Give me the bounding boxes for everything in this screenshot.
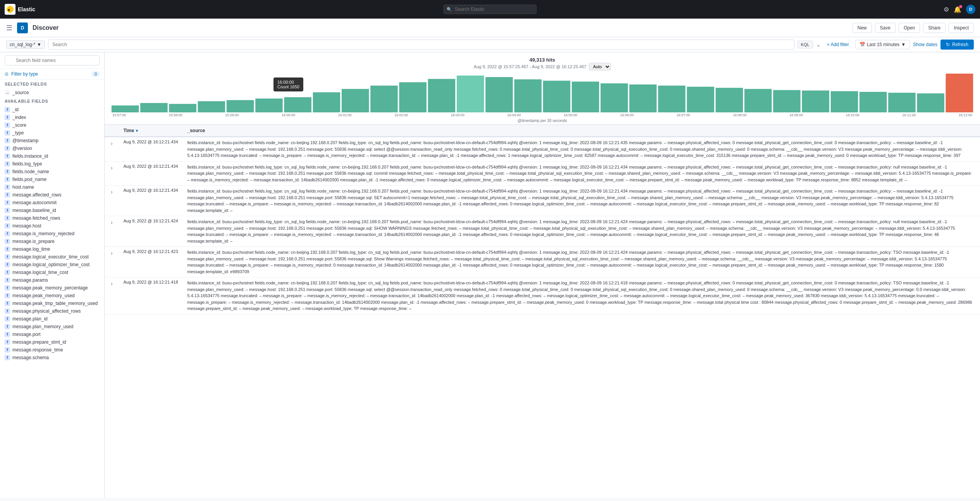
- kql-options-icon[interactable]: ⌄: [816, 41, 821, 48]
- chart-interval-select[interactable]: Auto: [589, 63, 611, 71]
- sidebar-item-peak-tmp[interactable]: f message.peak_tmp_table_memory_used: [0, 300, 104, 307]
- sidebar-item-logical-optimizer[interactable]: f message.logical_optimizer_time_cost: [0, 261, 104, 269]
- sidebar-item-fetched-rows[interactable]: f message.fetched_rows: [0, 214, 104, 222]
- row-expand-button[interactable]: ›: [109, 164, 114, 172]
- sidebar-item-peak-pct[interactable]: f message.peak_memory_percentage: [0, 284, 104, 292]
- row-expand-button[interactable]: ›: [109, 249, 114, 257]
- user-avatar[interactable]: D: [966, 5, 975, 14]
- source-cell: fields.instance_id: busu-pxchostnet fiel…: [183, 277, 980, 315]
- row-expand-button[interactable]: ›: [109, 188, 114, 196]
- results-area[interactable]: Time▼ _source ›Aug 9, 2022 @ 16:12:21.43…: [105, 125, 980, 498]
- sidebar-item-is-prepare[interactable]: f message.is_prepare: [0, 238, 104, 245]
- sidebar-item-instance-id[interactable]: f fields.instance_id: [0, 152, 104, 160]
- kql-badge[interactable]: KQL: [798, 41, 813, 48]
- svg-rect-17: [543, 81, 571, 112]
- sidebar-item-version[interactable]: f @version: [0, 145, 104, 152]
- svg-rect-23: [715, 88, 743, 112]
- x-label-11: 16:08:00: [733, 113, 746, 117]
- row-expand-button[interactable]: ›: [109, 139, 114, 147]
- index-pattern-dropdown-icon: ▼: [37, 42, 41, 47]
- source-cell: fields.instance_id: busu-pxchostnet fiel…: [183, 216, 980, 247]
- sidebar-item-host-name[interactable]: f host.name: [0, 183, 104, 191]
- bell-icon[interactable]: 🔔: [954, 6, 961, 13]
- source-cell: fields.instance_id: busu-pxchostnet fiel…: [183, 247, 980, 277]
- global-search-bar[interactable]: 🔍: [444, 5, 536, 14]
- sidebar-item-host[interactable]: f message.host: [0, 222, 104, 230]
- x-label-15: 16:12:00: [959, 113, 972, 117]
- sidebar-item-is-memory-rejected[interactable]: f message.is_memory_rejected: [0, 230, 104, 238]
- add-filter-button[interactable]: + Add filter: [824, 40, 852, 49]
- sidebar-item-log-time[interactable]: f message.log_time: [0, 245, 104, 253]
- sidebar-item-log-type[interactable]: f fields.log_type: [0, 160, 104, 168]
- sidebar-item-physical-affected[interactable]: f message.physical_affected_rows: [0, 307, 104, 315]
- row-expand-button[interactable]: ›: [109, 280, 114, 288]
- share-button[interactable]: Share: [923, 23, 946, 33]
- table-header-row: Time▼ _source: [105, 125, 980, 137]
- sidebar-item-prepare-stmt[interactable]: f message.prepare_stmt_id: [0, 338, 104, 346]
- field-badge-f: f: [5, 316, 10, 322]
- global-search-input[interactable]: [444, 5, 536, 14]
- sidebar-item-timestamp[interactable]: f @timestamp: [0, 137, 104, 145]
- field-badge-f: f: [5, 200, 10, 205]
- field-badge-f: f: [5, 107, 10, 112]
- table-row: ›Aug 9, 2022 @ 16:12:21.418fields.instan…: [105, 277, 980, 315]
- svg-rect-14: [457, 76, 484, 112]
- sidebar-item-node-name[interactable]: f fields.node_name: [0, 168, 104, 176]
- field-badge-f: f: [5, 146, 10, 151]
- time-cell: Aug 9, 2022 @ 16:12:21.424: [119, 216, 183, 247]
- x-label-1: 15:58:00: [169, 113, 182, 117]
- new-button[interactable]: New: [853, 23, 872, 33]
- filter-count-badge: 0: [92, 71, 100, 77]
- gear-icon[interactable]: ⚙: [944, 6, 949, 13]
- field-badge-f: f: [5, 285, 10, 291]
- row-expand-cell: ›: [105, 186, 119, 216]
- show-dates-link[interactable]: Show dates: [913, 42, 937, 47]
- sidebar-item-response-time[interactable]: f message.response_time: [0, 346, 104, 354]
- main-layout: 🔍 ⊙ Filter by type 0 Selected fields — _…: [0, 52, 980, 498]
- sidebar-item-plan-id[interactable]: f message.plan_id: [0, 315, 104, 323]
- open-button[interactable]: Open: [899, 23, 920, 33]
- sidebar-item-id[interactable]: f _id: [0, 106, 104, 114]
- time-column-header[interactable]: Time▼: [119, 125, 183, 137]
- sidebar-item-pod-name[interactable]: f fields.pod_name: [0, 176, 104, 183]
- svg-rect-6: [227, 100, 254, 112]
- sidebar-item-port[interactable]: f message.port: [0, 331, 104, 338]
- field-badge-f: f: [5, 153, 10, 159]
- svg-rect-19: [600, 83, 628, 112]
- row-expand-button[interactable]: ›: [109, 219, 114, 226]
- x-label-2: 15:59:00: [225, 113, 239, 117]
- save-button[interactable]: Save: [875, 23, 896, 33]
- refresh-button[interactable]: ↻ Refresh: [940, 40, 974, 50]
- kql-search-input[interactable]: [48, 40, 794, 50]
- sidebar-item-index[interactable]: f _index: [0, 114, 104, 121]
- sidebar-item-logical-executor[interactable]: f message.logical_executor_time_cost: [0, 253, 104, 261]
- field-badge-f: f: [5, 246, 10, 252]
- elastic-logo[interactable]: e Elastic: [5, 4, 36, 15]
- sidebar-item-affected-rows[interactable]: f message.affected_rows: [0, 191, 104, 199]
- results-table: Time▼ _source ›Aug 9, 2022 @ 16:12:21.43…: [105, 125, 980, 315]
- content-area: 49,313 hits Aug 9, 2022 @ 15:57:25.467 -…: [105, 52, 980, 498]
- sidebar-item-type[interactable]: f _type: [0, 129, 104, 137]
- svg-rect-4: [169, 104, 196, 112]
- sidebar-fields-list: Selected fields — _source Available fiel…: [0, 79, 104, 498]
- field-badge-f: f: [5, 138, 10, 143]
- svg-rect-32: [946, 74, 973, 112]
- sidebar-item-plan-memory[interactable]: f message.plan_memory_used: [0, 323, 104, 331]
- filter-bar-left: cn_sql_log-* ▼ KQL ⌄: [6, 40, 821, 50]
- sidebar-item-logical-time[interactable]: f message.logical_time_cost: [0, 269, 104, 276]
- time-picker[interactable]: 📅 Last 15 minutes ▼: [855, 40, 910, 49]
- sidebar-search-input[interactable]: [5, 55, 100, 65]
- sidebar-item-baseline-id[interactable]: f message.baseline_id: [0, 207, 104, 214]
- source-column-header: _source: [183, 125, 980, 137]
- filter-by-type-button[interactable]: ⊙ Filter by type 0: [0, 69, 104, 79]
- sidebar-item-params[interactable]: f message.params: [0, 276, 104, 284]
- sidebar-item-peak-memory[interactable]: f message.peak_memory_used: [0, 292, 104, 300]
- x-label-7: 16:04:00: [507, 113, 521, 117]
- sidebar-item-score[interactable]: f _score: [0, 121, 104, 129]
- sidebar-item-autocommit[interactable]: f message.autocommit: [0, 199, 104, 207]
- hamburger-menu-icon[interactable]: ☰: [6, 24, 12, 32]
- inspect-button[interactable]: Inspect: [949, 23, 974, 33]
- sidebar-item-schema[interactable]: f message.schema: [0, 354, 104, 362]
- index-pattern-selector[interactable]: cn_sql_log-* ▼: [6, 40, 45, 49]
- field-item-source[interactable]: — _source: [0, 89, 104, 96]
